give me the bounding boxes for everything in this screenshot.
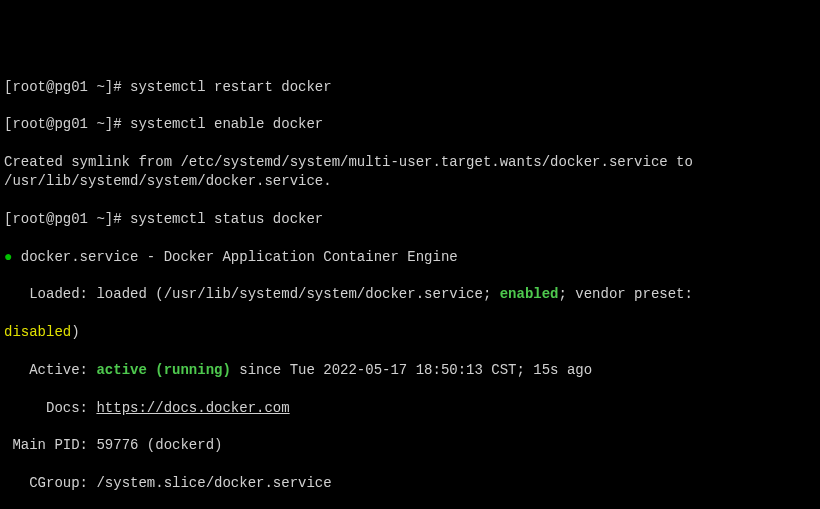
enabled-status: enabled [500,286,559,302]
docs-label: Docs: [4,400,96,416]
command-text: systemctl restart docker [130,79,332,95]
mainpid-label: Main PID: [4,437,96,453]
shell-prompt: [root@pg01 ~]# [4,79,130,95]
cgroup-line: CGroup: /system.slice/docker.service [4,474,816,493]
shell-prompt: [root@pg01 ~]# [4,116,130,132]
mainpid-value: 59776 (dockerd) [96,437,222,453]
service-title: docker.service - Docker Application Cont… [12,249,457,265]
docs-url[interactable]: https://docs.docker.com [96,400,289,416]
prompt-line-1: [root@pg01 ~]# systemctl restart docker [4,78,816,97]
symlink-output: Created symlink from /etc/systemd/system… [4,153,816,191]
active-status: active (running) [96,362,230,378]
loaded-line: Loaded: loaded (/usr/lib/systemd/system/… [4,285,816,304]
cgroup-label: CGroup: [4,475,96,491]
disabled-status: disabled [4,324,71,340]
mainpid-line: Main PID: 59776 (dockerd) [4,436,816,455]
command-text: systemctl enable docker [130,116,323,132]
loaded-label: Loaded: [4,286,96,302]
active-line: Active: active (running) since Tue 2022-… [4,361,816,380]
shell-prompt: [root@pg01 ~]# [4,211,130,227]
command-text: systemctl status docker [130,211,323,227]
vendor-preset-label: ; vendor preset: [559,286,702,302]
prompt-line-2: [root@pg01 ~]# systemctl enable docker [4,115,816,134]
disabled-line: disabled) [4,323,816,342]
active-label: Active: [4,362,96,378]
docs-line: Docs: https://docs.docker.com [4,399,816,418]
close-paren: ) [71,324,79,340]
active-since: since Tue 2022-05-17 18:50:13 CST; 15s a… [231,362,592,378]
cgroup-value: /system.slice/docker.service [96,475,331,491]
terminal-output: [root@pg01 ~]# systemctl restart docker … [4,59,816,509]
service-header: ● docker.service - Docker Application Co… [4,248,816,267]
prompt-line-3: [root@pg01 ~]# systemctl status docker [4,210,816,229]
loaded-value: loaded (/usr/lib/systemd/system/docker.s… [96,286,499,302]
